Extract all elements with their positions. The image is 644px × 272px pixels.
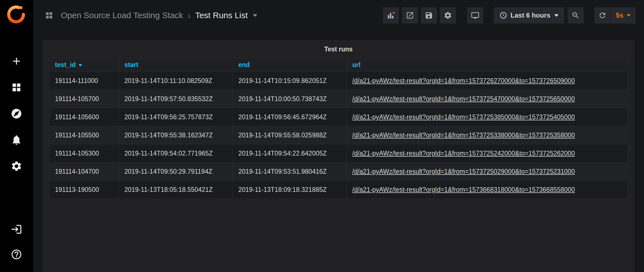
sidebar-item-sign-in[interactable] <box>11 223 22 235</box>
cell-start: 2019-11-13T18:05:18.550421Z <box>119 181 232 199</box>
test-runs-table: test_id start end url <box>49 58 628 199</box>
add-panel-button[interactable] <box>383 7 399 23</box>
save-dashboard-button[interactable] <box>421 7 437 23</box>
sidebar-bottom-menu <box>11 223 22 260</box>
cell-start: 2019-11-14T09:54:02.771965Z <box>119 144 232 163</box>
compass-icon <box>11 108 22 120</box>
test-result-link[interactable]: /d/a21-pyAWz/test-result?orgId=1&from=15… <box>352 113 575 121</box>
table-row: 191114-105600 2019-11-14T09:56:25.757873… <box>49 108 628 126</box>
cell-test-id: 191113-190500 <box>49 181 119 199</box>
panel-title[interactable]: Test runs <box>42 40 635 58</box>
cell-url: /d/a21-pyAWz/test-result?orgId=1&from=15… <box>347 181 628 199</box>
cell-start: 2019-11-14T10:11:10.082509Z <box>119 72 232 90</box>
grafana-logo[interactable] <box>7 4 26 24</box>
breadcrumb-dashboard-title[interactable]: Test Runs List <box>195 11 247 20</box>
cell-start: 2019-11-14T09:56:25.757873Z <box>119 108 232 126</box>
share-icon <box>406 11 414 20</box>
grid-icon <box>44 11 54 20</box>
time-range-caret-icon <box>554 14 559 17</box>
cell-start: 2019-11-14T09:55:38.162347Z <box>119 126 232 144</box>
test-result-link[interactable]: /d/a21-pyAWz/test-result?orgId=1&from=15… <box>352 77 575 84</box>
breadcrumb-folder[interactable]: Open Source Load Testing Stack <box>61 11 183 20</box>
column-label: start <box>124 61 138 68</box>
cell-test-id: 191114-111000 <box>49 72 119 90</box>
test-result-link[interactable]: /d/a21-pyAWz/test-result?orgId=1&from=15… <box>352 150 575 157</box>
sidebar-item-create[interactable] <box>11 55 22 67</box>
clock-icon <box>499 11 507 19</box>
breadcrumb-separator-icon: › <box>188 11 191 20</box>
refresh-picker: 5s <box>594 7 636 23</box>
cycle-view-mode-button[interactable] <box>467 7 483 23</box>
cell-url: /d/a21-pyAWz/test-result?orgId=1&from=15… <box>347 72 628 90</box>
column-label: url <box>352 61 361 68</box>
cell-end: 2019-11-14T09:55:58.025988Z <box>233 126 347 144</box>
cell-end: 2019-11-14T09:54:22.642005Z <box>233 144 347 163</box>
test-result-link[interactable]: /d/a21-pyAWz/test-result?orgId=1&from=15… <box>352 132 575 139</box>
gear-icon <box>11 160 22 172</box>
cell-test-id: 191114-105300 <box>49 144 119 163</box>
breadcrumb: Open Source Load Testing Stack › Test Ru… <box>61 11 257 20</box>
cell-url: /d/a21-pyAWz/test-result?orgId=1&from=15… <box>347 90 628 108</box>
sort-desc-icon <box>78 64 82 66</box>
bell-icon <box>11 134 22 146</box>
cell-end: 2019-11-14T10:00:50.738743Z <box>233 90 347 108</box>
save-icon <box>425 11 433 20</box>
column-label: test_id <box>55 61 76 68</box>
column-label: end <box>238 61 250 68</box>
cell-test-id: 191114-105600 <box>49 108 119 126</box>
navbar-actions: Last 6 hours 5s <box>383 7 636 23</box>
gear-icon <box>444 11 452 20</box>
refresh-now-button[interactable] <box>594 7 611 23</box>
sidebar-item-explore[interactable] <box>11 108 22 120</box>
table-body: 191114-111000 2019-11-14T10:11:10.082509… <box>49 72 628 199</box>
column-header-end[interactable]: end <box>233 58 347 72</box>
table-container: test_id start end url <box>42 58 635 199</box>
test-result-link[interactable]: /d/a21-pyAWz/test-result?orgId=1&from=15… <box>352 95 575 102</box>
cell-url: /d/a21-pyAWz/test-result?orgId=1&from=15… <box>347 163 628 181</box>
dashboard-picker-button[interactable] <box>43 9 55 22</box>
table-row: 191114-105700 2019-11-14T09:57:50.835532… <box>49 90 628 108</box>
test-runs-panel: Test runs test_id start <box>42 40 635 272</box>
table-row: 191114-111000 2019-11-14T10:11:10.082509… <box>49 72 628 90</box>
dashboard-settings-button[interactable] <box>440 7 456 23</box>
sidebar-item-dashboards[interactable] <box>11 82 22 93</box>
refresh-interval-dropdown[interactable]: 5s <box>611 7 636 23</box>
dashboard-content: Test runs test_id start <box>33 31 644 272</box>
sidebar-menu <box>11 55 22 172</box>
share-dashboard-button[interactable] <box>402 7 418 23</box>
test-result-link[interactable]: /d/a21-pyAWz/test-result?orgId=1&from=15… <box>352 186 575 193</box>
plus-icon <box>11 55 22 67</box>
app-root: Open Source Load Testing Stack › Test Ru… <box>0 0 644 272</box>
cell-url: /d/a21-pyAWz/test-result?orgId=1&from=15… <box>347 126 628 144</box>
table-header-row: test_id start end url <box>49 58 628 72</box>
cell-url: /d/a21-pyAWz/test-result?orgId=1&from=15… <box>347 108 628 126</box>
sidebar <box>0 0 33 272</box>
cell-end: 2019-11-13T18:09:18.321885Z <box>233 181 347 199</box>
zoom-out-time-button[interactable] <box>568 7 584 23</box>
sidebar-item-alerting[interactable] <box>11 134 22 146</box>
sidebar-item-configuration[interactable] <box>11 160 22 172</box>
cell-start: 2019-11-14T09:57:50.835532Z <box>119 90 232 108</box>
dashboard-dropdown-caret-icon[interactable] <box>253 14 257 17</box>
table-row: 191114-105300 2019-11-14T09:54:02.771965… <box>49 144 628 163</box>
table-row: 191114-105500 2019-11-14T09:55:38.162347… <box>49 126 628 144</box>
monitor-icon <box>471 11 479 20</box>
cell-end: 2019-11-14T09:53:51.980416Z <box>233 163 347 181</box>
refresh-icon <box>598 11 607 20</box>
table-row: 191113-190500 2019-11-13T18:05:18.550421… <box>49 181 628 199</box>
column-header-test-id[interactable]: test_id <box>49 58 119 72</box>
cell-test-id: 191114-105500 <box>49 126 119 144</box>
table-row: 191114-104700 2019-11-14T09:50:29.791194… <box>49 163 628 181</box>
cell-test-id: 191114-105700 <box>49 90 119 108</box>
sidebar-item-help[interactable] <box>11 249 22 260</box>
column-header-url[interactable]: url <box>347 58 628 72</box>
time-range-picker[interactable]: Last 6 hours <box>494 7 564 23</box>
cell-end: 2019-11-14T09:56:45.672964Z <box>233 108 347 126</box>
add-panel-icon <box>387 11 395 20</box>
test-result-link[interactable]: /d/a21-pyAWz/test-result?orgId=1&from=15… <box>352 168 575 175</box>
cell-end: 2019-11-14T10:15:09.862051Z <box>233 72 347 90</box>
zoom-out-icon <box>571 11 580 20</box>
column-header-start[interactable]: start <box>119 58 232 72</box>
help-icon <box>11 249 22 260</box>
sign-in-icon <box>11 223 22 235</box>
